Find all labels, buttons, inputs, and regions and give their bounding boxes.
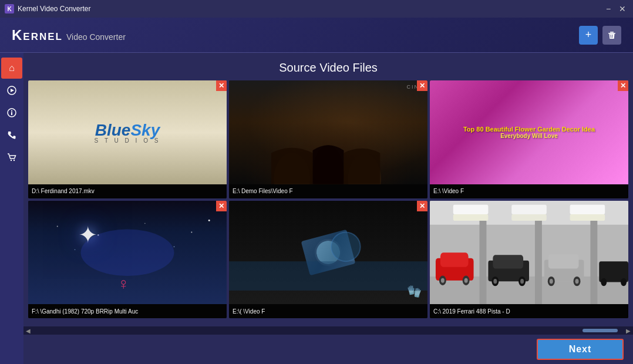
- svg-rect-1: [610, 32, 614, 33]
- sidebar-item-cart[interactable]: [1, 147, 22, 168]
- titlebar-left: K Kernel Video Converter: [5, 4, 91, 14]
- svg-point-42: [520, 279, 524, 284]
- svg-rect-27: [430, 276, 628, 304]
- starfield: [28, 201, 227, 305]
- sidebar-item-contact[interactable]: [1, 124, 22, 146]
- video-card-3: Top 80 Beautiful Flower Garden Decor Ide…: [430, 80, 628, 198]
- titlebar-controls: − ✕: [602, 4, 628, 14]
- svg-rect-30: [590, 220, 597, 304]
- delete-video-button[interactable]: [602, 26, 621, 45]
- svg-rect-52: [453, 214, 489, 221]
- close-button[interactable]: ✕: [617, 4, 628, 14]
- svg-rect-24: [453, 204, 489, 214]
- parking-scene: [430, 201, 628, 305]
- svg-point-21: [331, 232, 361, 261]
- svg-point-15: [191, 231, 192, 232]
- svg-rect-38: [493, 255, 523, 268]
- scrollbar-thumb[interactable]: [583, 329, 618, 332]
- button-row: Next: [23, 335, 633, 364]
- sidebar-item-home[interactable]: ⌂: [1, 58, 22, 79]
- svg-point-19: [80, 229, 174, 276]
- video-card-4: ✦ ♀ F:\: [28, 201, 227, 319]
- svg-rect-28: [480, 220, 487, 304]
- page-title: Source Video Files: [23, 53, 633, 80]
- app-icon: K: [5, 4, 14, 14]
- svg-rect-25: [511, 204, 547, 214]
- video-label-2: E:\ Demo Files\Video F: [229, 184, 427, 198]
- phone-icon: [6, 130, 17, 140]
- svg-rect-0: [608, 33, 615, 34]
- scroll-left-arrow[interactable]: ◀: [26, 328, 31, 334]
- sidebar-item-info[interactable]: [1, 102, 22, 123]
- video-path-3: E:\ \Video F: [433, 188, 464, 194]
- video-label-1: D:\ Ferdinand 2017.mkv: [28, 184, 227, 198]
- content-area: Source Video Files BlueSky S T U D I O S…: [23, 53, 633, 364]
- video-card-5: 🧤 E:\( \Video F ✕: [229, 201, 427, 319]
- logo: Kernel Video Converter: [12, 27, 126, 43]
- video-label-3: E:\ \Video F: [430, 184, 628, 198]
- svg-marker-3: [11, 89, 14, 92]
- svg-point-50: [601, 278, 607, 286]
- header-actions: +: [579, 26, 621, 45]
- svg-point-36: [464, 278, 468, 282]
- close-video-1[interactable]: ✕: [216, 80, 227, 91]
- thumbnail-2: CINE: [229, 80, 427, 184]
- minimize-button[interactable]: −: [602, 4, 614, 14]
- next-button[interactable]: Next: [537, 339, 624, 360]
- bottom-area: ◀ ▶ Next: [23, 323, 633, 364]
- svg-rect-20: [229, 261, 427, 291]
- flower-text: Top 80 Beautiful Flower Garden Decor Ide…: [459, 121, 600, 144]
- scrollbar-track: ◀ ▶: [23, 326, 633, 335]
- thumbnail-6: [430, 201, 628, 305]
- video-path-5: E:\( \Video F: [233, 308, 265, 315]
- titlebar-title: Kernel Video Converter: [18, 5, 91, 13]
- svg-point-16: [208, 220, 210, 221]
- svg-rect-29: [535, 220, 542, 304]
- svg-rect-53: [511, 214, 547, 221]
- svg-point-17: [75, 249, 76, 250]
- svg-rect-6: [11, 110, 12, 112]
- svg-rect-32: [440, 252, 469, 267]
- thumbnail-3: Top 80 Beautiful Flower Garden Decor Ide…: [430, 80, 628, 184]
- machine-overlay: [229, 201, 427, 305]
- scroll-right-arrow[interactable]: ▶: [626, 328, 631, 334]
- header: Kernel Video Converter +: [0, 18, 633, 53]
- video-label-5: E:\( \Video F: [229, 304, 427, 318]
- logo-kernel: Kernel: [12, 27, 63, 43]
- cart-icon: [6, 152, 17, 163]
- bluesky-logo: BlueSky S T U D I O S: [95, 121, 161, 144]
- sidebar-item-video[interactable]: [1, 80, 22, 101]
- close-video-3[interactable]: ✕: [618, 80, 628, 91]
- svg-rect-26: [570, 204, 605, 214]
- close-video-4[interactable]: ✕: [216, 201, 227, 211]
- svg-point-48: [575, 279, 579, 284]
- svg-point-12: [57, 225, 58, 227]
- thumbnail-1: BlueSky S T U D I O S: [28, 80, 227, 184]
- svg-point-34: [441, 278, 445, 282]
- scrollbar-rail: [33, 329, 624, 332]
- svg-point-18: [174, 246, 175, 247]
- video-label-6: C:\ 2019 Ferrari 488 Pista - D: [430, 304, 628, 318]
- logo-subtitle: Video Converter: [66, 32, 126, 42]
- svg-point-8: [14, 160, 15, 161]
- video-card-6: C:\ 2019 Ferrari 488 Pista - D: [430, 201, 628, 319]
- video-path-2: E:\ Demo Files\Video F: [233, 188, 293, 194]
- svg-point-40: [493, 279, 497, 284]
- svg-point-7: [11, 160, 12, 161]
- video-path-1: D:\ Ferdinand 2017.mkv: [32, 188, 95, 194]
- video-card-1: BlueSky S T U D I O S D:\ Ferdinand 2017…: [28, 80, 227, 198]
- svg-point-51: [621, 278, 627, 286]
- sidebar: ⌂: [0, 53, 23, 364]
- main-area: ⌂ Source: [0, 53, 633, 364]
- svg-point-14: [144, 223, 146, 224]
- svg-point-46: [550, 279, 553, 284]
- close-video-2[interactable]: ✕: [417, 80, 427, 91]
- close-video-5[interactable]: ✕: [417, 201, 427, 211]
- video-path-6: C:\ 2019 Ferrari 488 Pista - D: [433, 308, 510, 315]
- video-card-2: CINE E:\ Demo Files\Video F: [229, 80, 427, 198]
- video-icon: [6, 85, 17, 96]
- add-video-button[interactable]: +: [579, 26, 598, 45]
- info-icon: [6, 107, 17, 118]
- video-path-4: F:\ \Gandhi (1982) 720p BRRip Multi Auc: [32, 308, 138, 315]
- svg-rect-5: [11, 112, 12, 115]
